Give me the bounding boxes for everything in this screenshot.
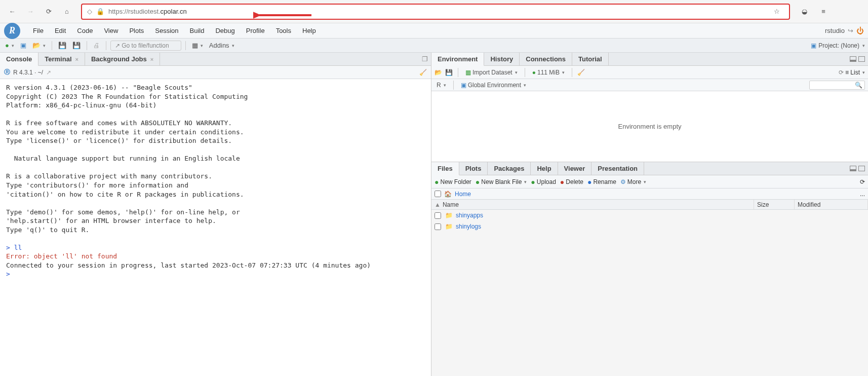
file-select-checkbox[interactable] xyxy=(435,223,441,230)
file-row[interactable]: 📁 shinylogs xyxy=(431,221,868,232)
home-breadcrumb-link[interactable]: Home xyxy=(455,191,471,198)
close-icon[interactable]: × xyxy=(75,56,78,62)
list-menu-icon[interactable]: ≡ List xyxy=(845,69,860,76)
tab-presentation[interactable]: Presentation xyxy=(591,162,644,175)
refresh-icon[interactable]: ⟳ xyxy=(839,69,844,76)
minimize-pane-button[interactable] xyxy=(850,166,856,171)
power-icon[interactable]: ⏻ xyxy=(856,26,864,35)
more-button[interactable]: ⚙More▾ xyxy=(620,178,646,185)
console-output[interactable]: R version 4.3.1 (2023-06-16) -- "Beagle … xyxy=(0,79,431,376)
tab-plots-pane[interactable]: Plots xyxy=(459,162,488,175)
delete-button[interactable]: ●Delete xyxy=(560,178,583,185)
env-search-input[interactable]: 🔍 xyxy=(809,81,865,90)
maximize-pane-button[interactable] xyxy=(858,56,865,62)
path-options-icon[interactable]: ... xyxy=(860,191,865,198)
save-workspace-icon[interactable]: 💾 xyxy=(445,69,453,76)
upload-button[interactable]: ●Upload xyxy=(531,178,556,185)
new-folder-button[interactable]: ●New Folder xyxy=(435,178,471,185)
tab-help[interactable]: Help xyxy=(531,162,558,175)
tab-files[interactable]: Files xyxy=(431,162,459,175)
r-version-label: R 4.3.1 · ~/ xyxy=(13,69,43,76)
project-indicator-icon: ▣ xyxy=(811,42,816,49)
browser-chrome: ← → ⟳ ⌂ ◇ 🔒 https://rstudiotest.cpolar.c… xyxy=(0,0,868,23)
rename-button[interactable]: ●Rename xyxy=(587,178,616,185)
file-select-checkbox[interactable] xyxy=(435,212,441,219)
menu-tools[interactable]: Tools xyxy=(270,25,297,36)
forward-button[interactable]: → xyxy=(23,5,37,19)
menu-view[interactable]: View xyxy=(98,25,124,36)
new-project-button[interactable]: ▣ xyxy=(18,41,28,50)
col-size-label[interactable]: Size xyxy=(757,201,769,208)
menu-profile[interactable]: Profile xyxy=(241,25,270,36)
menu-edit[interactable]: Edit xyxy=(49,25,71,36)
scope-dropdown[interactable]: ▣ Global Environment▾ xyxy=(459,81,528,90)
sort-asc-icon[interactable]: ▲ xyxy=(435,201,441,208)
clear-console-icon[interactable]: 🧹 xyxy=(419,69,427,76)
pane-window-icon[interactable]: ❐ xyxy=(422,55,428,63)
menu-plots[interactable]: Plots xyxy=(124,25,149,36)
search-icon: 🔍 xyxy=(855,82,862,89)
tools-grid-button[interactable]: ▦▾ xyxy=(190,41,205,50)
goto-file-input[interactable]: ↗ Go to file/function xyxy=(110,41,181,51)
addins-dropdown[interactable]: Addins▾ xyxy=(207,41,236,50)
rstudio-logo: R xyxy=(4,23,20,39)
sign-out-icon[interactable]: ↪ xyxy=(848,27,853,34)
tab-tutorial[interactable]: Tutorial xyxy=(572,53,609,65)
url-text: https://rstudiotest.cpolar.cn xyxy=(108,8,187,15)
open-file-button[interactable]: 📂▾ xyxy=(30,41,48,50)
memory-usage-button[interactable]: ● 111 MiB▾ xyxy=(530,68,567,77)
import-dataset-button[interactable]: ▦ Import Dataset▾ xyxy=(463,68,520,77)
env-tabs: Environment History Connections Tutorial xyxy=(431,53,868,66)
tab-viewer[interactable]: Viewer xyxy=(558,162,592,175)
new-blank-file-button[interactable]: ●New Blank File▾ xyxy=(476,178,527,185)
reload-button[interactable]: ⟳ xyxy=(42,5,56,19)
file-name-link[interactable]: shinylogs xyxy=(456,223,481,230)
console-prompt-cursor[interactable]: > xyxy=(6,270,14,278)
col-modified-label[interactable]: Modified xyxy=(798,201,820,208)
minimize-pane-button[interactable] xyxy=(850,56,856,62)
pocket-icon[interactable]: ◒ xyxy=(797,5,811,19)
app-menu-icon[interactable]: ≡ xyxy=(816,5,831,19)
menu-code[interactable]: Code xyxy=(71,25,98,36)
load-workspace-icon[interactable]: 📂 xyxy=(435,69,442,76)
tab-connections[interactable]: Connections xyxy=(520,53,572,65)
refresh-files-icon[interactable]: ⟳ xyxy=(860,178,865,185)
save-button[interactable]: 💾 xyxy=(56,41,68,50)
clear-workspace-icon[interactable]: 🧹 xyxy=(577,69,585,76)
tab-background-jobs[interactable]: Background Jobs× xyxy=(85,53,160,65)
console-banner: R version 4.3.1 (2023-06-16) -- "Beagle … xyxy=(6,84,248,234)
open-wd-icon[interactable]: ↗ xyxy=(46,69,51,76)
menu-debug[interactable]: Debug xyxy=(210,25,240,36)
maximize-pane-button[interactable] xyxy=(858,166,865,171)
select-all-checkbox[interactable] xyxy=(435,191,441,197)
tab-environment[interactable]: Environment xyxy=(431,53,484,66)
url-bar[interactable]: ◇ 🔒 https://rstudiotest.cpolar.cn ☆ xyxy=(81,4,790,20)
tab-history[interactable]: History xyxy=(484,53,520,65)
tab-packages[interactable]: Packages xyxy=(488,162,531,175)
tab-console[interactable]: Console xyxy=(0,53,38,66)
new-file-button[interactable]: ●▾ xyxy=(3,41,16,50)
bookmark-star-icon[interactable]: ☆ xyxy=(770,5,784,19)
menu-help[interactable]: Help xyxy=(297,25,322,36)
close-icon[interactable]: × xyxy=(150,56,153,62)
files-column-header: ▲Name Size Modified xyxy=(431,200,868,210)
tab-terminal[interactable]: Terminal× xyxy=(38,53,85,65)
files-toolbar: ●New Folder ●New Blank File▾ ●Upload ●De… xyxy=(431,175,868,189)
menu-session[interactable]: Session xyxy=(149,25,184,36)
console-session-line: Connected to your session in progress, l… xyxy=(6,261,371,269)
home-icon[interactable]: 🏠 xyxy=(444,191,452,198)
main-toolbar: ●▾ ▣ 📂▾ 💾 💾 🖨 ↗ Go to file/function ▦▾ A… xyxy=(0,39,868,53)
back-button[interactable]: ← xyxy=(5,5,19,19)
file-name-link[interactable]: shinyapps xyxy=(456,212,483,219)
r-lang-icon: Ⓡ xyxy=(4,68,10,77)
home-button[interactable]: ⌂ xyxy=(60,5,74,19)
environment-pane: Environment History Connections Tutorial… xyxy=(431,53,868,162)
col-name-label[interactable]: Name xyxy=(443,201,459,208)
menu-file[interactable]: File xyxy=(27,25,49,36)
print-button[interactable]: 🖨 xyxy=(91,41,102,50)
lang-dropdown[interactable]: R▾ xyxy=(435,81,448,90)
menu-build[interactable]: Build xyxy=(184,25,210,36)
project-label[interactable]: Project: (None) xyxy=(818,42,859,49)
file-row[interactable]: 📁 shinyapps xyxy=(431,210,868,221)
save-all-button[interactable]: 💾 xyxy=(70,41,83,50)
